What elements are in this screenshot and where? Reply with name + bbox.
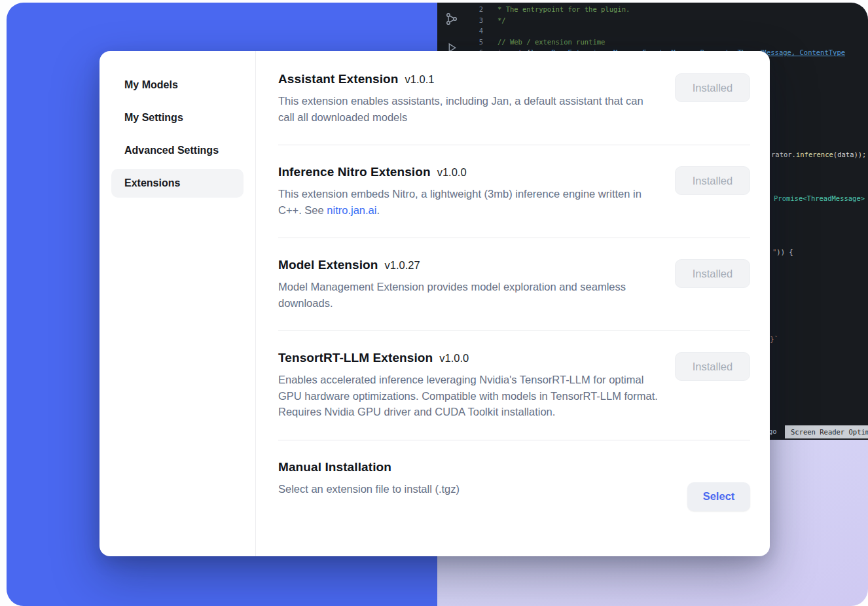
extension-row-nitro: Inference Nitro Extension v1.0.0 This ex… — [278, 145, 750, 238]
extension-version: v1.0.1 — [405, 73, 435, 86]
code-fragment-promise: Promise<ThreadMessage> — [774, 194, 865, 202]
sidebar-item-advanced-settings[interactable]: Advanced Settings — [111, 136, 244, 165]
extension-name: Assistant Extension — [278, 72, 399, 86]
manual-installation-description: Select an extension file to install (.tg… — [278, 481, 661, 497]
code-comment-line: * The entrypoint for the plugin. — [497, 4, 845, 15]
extension-version: v1.0.0 — [439, 352, 469, 365]
installed-button[interactable]: Installed — [675, 352, 750, 381]
extension-row-assistant: Assistant Extension v1.0.1 This extensio… — [278, 51, 750, 145]
extension-description: This extension enables assistants, inclu… — [278, 93, 661, 125]
code-comment-end: */ — [497, 15, 845, 26]
editor-line-numbers: 2 3 4 5 6 — [470, 4, 483, 58]
select-file-button[interactable]: Select — [687, 482, 750, 511]
sidebar-item-my-settings[interactable]: My Settings — [111, 103, 244, 132]
code-empty-line — [497, 26, 845, 37]
code-fragment-inference: rator.inference(data)); — [771, 151, 866, 158]
extension-description: This extension embeds Nitro, a lightweig… — [278, 186, 661, 218]
settings-sidebar: My Models My Settings Advanced Settings … — [99, 51, 256, 556]
extension-version: v1.0.27 — [384, 259, 420, 272]
installed-button[interactable]: Installed — [675, 73, 750, 102]
extension-row-model: Model Extension v1.0.27 Model Management… — [278, 238, 750, 331]
manual-installation-title: Manual Installation — [278, 460, 391, 474]
nitro-jan-ai-link[interactable]: nitro.jan.ai — [327, 204, 376, 216]
source-control-icon[interactable] — [444, 12, 459, 26]
sidebar-item-my-models[interactable]: My Models — [111, 71, 244, 99]
extensions-list: Assistant Extension v1.0.1 This extensio… — [256, 51, 770, 556]
manual-installation-row: Manual Installation Select an extension … — [278, 440, 750, 531]
extension-description: Model Management Extension provides mode… — [278, 279, 661, 311]
extension-description: Enables accelerated inference leveraging… — [278, 372, 661, 420]
extension-name: Inference Nitro Extension — [278, 165, 431, 179]
sidebar-item-extensions[interactable]: Extensions — [111, 169, 244, 198]
code-fragment-brace: ")) { — [772, 248, 793, 256]
code-comment-runtime: // Web / extension runtime — [497, 37, 845, 48]
extension-row-tensorrt: TensortRT-LLM Extension v1.0.0 Enables a… — [278, 331, 750, 440]
settings-modal: My Models My Settings Advanced Settings … — [99, 51, 770, 556]
extension-name: TensortRT-LLM Extension — [278, 351, 433, 365]
installed-button[interactable]: Installed — [675, 166, 750, 195]
installed-button[interactable]: Installed — [675, 259, 750, 288]
screen-reader-badge[interactable]: Screen Reader Optimize — [785, 425, 868, 438]
extension-name: Model Extension — [278, 258, 378, 272]
editor-code: * The entrypoint for the plugin. */ // W… — [497, 4, 845, 58]
extension-version: v1.0.0 — [437, 166, 467, 179]
